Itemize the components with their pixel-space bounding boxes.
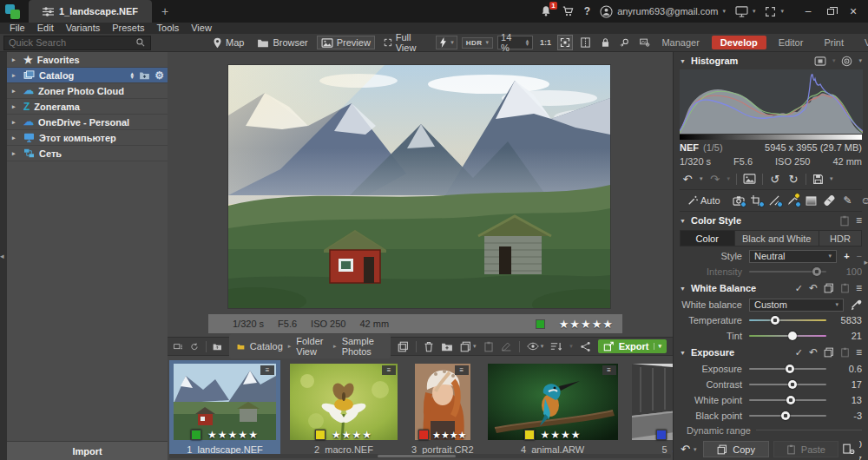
fit-to-screen-button[interactable] [557, 35, 573, 50]
brush-tool[interactable]: ✎ [842, 194, 854, 207]
tab-hdr[interactable]: HDR [819, 231, 861, 246]
collapse-icon[interactable]: ▼ [680, 286, 686, 292]
breadcrumb-sample-photos[interactable]: Sample Photos [342, 336, 383, 357]
notifications-button[interactable]: 1 [540, 5, 552, 17]
export-menu-caret[interactable]: ▾ [654, 343, 662, 350]
sync-icon[interactable] [190, 341, 199, 352]
histogram-header[interactable]: ▼ Histogram ▾ ▾ [680, 52, 862, 69]
slider-handle[interactable] [786, 365, 794, 373]
white-balance-header[interactable]: ▼ White Balance ✓ ↶ ≡ [680, 279, 862, 297]
sort-toggle-icon[interactable]: ▲▼ [129, 72, 135, 79]
paste-icon[interactable] [483, 341, 494, 352]
collapse-icon[interactable]: ▼ [680, 350, 686, 356]
auto-adjust-tool[interactable]: Auto [687, 195, 720, 206]
zoom-spinner[interactable]: ▲▼ [524, 39, 529, 46]
star-rating[interactable]: ★★★★★ [559, 318, 614, 331]
share-icon[interactable] [580, 341, 591, 352]
fullscreen-mode-button[interactable]: ▾ [765, 6, 784, 17]
camera-settings-tool[interactable] [733, 195, 745, 206]
tab-editor[interactable]: Editor [770, 36, 812, 49]
white-point-slider[interactable] [749, 399, 826, 401]
crop-tool[interactable] [751, 195, 763, 206]
auto-enhance-button[interactable]: ▾ [436, 36, 457, 49]
menu-presets[interactable]: Presets [106, 23, 150, 34]
document-tab[interactable]: 1_landscape.NEF [29, 0, 152, 23]
enabled-checkbox[interactable]: ✓ [795, 283, 803, 294]
trash-icon[interactable] [424, 341, 434, 352]
restore-button[interactable] [819, 0, 842, 23]
close-button[interactable]: × [842, 0, 865, 23]
folder-up-icon[interactable] [213, 342, 222, 352]
footer-undo-button[interactable]: ↶ ▾ [678, 443, 699, 456]
copy-settings-icon[interactable] [824, 283, 834, 293]
slider-handle[interactable] [781, 411, 790, 420]
search-input[interactable] [9, 37, 132, 48]
intensity-slider[interactable] [749, 271, 826, 273]
exposure-slider[interactable] [749, 368, 826, 370]
help-button[interactable]: ? [584, 5, 590, 17]
rename-icon[interactable] [501, 341, 512, 352]
collapse-left-panel-handle[interactable]: ◂ [0, 252, 4, 260]
thumbnail-1-landscape[interactable]: ≡ ★★★★★ 1_landscape.NEF [169, 360, 280, 454]
zoom-100-button[interactable]: 1:1 [537, 35, 553, 50]
chevron-right-icon[interactable]: ▸ [12, 56, 19, 63]
chevron-right-icon[interactable]: ▸ [12, 103, 19, 110]
breadcrumb-folder-view[interactable]: Folder View [296, 336, 328, 357]
slider-handle[interactable] [771, 316, 779, 325]
face-retouch-tool[interactable]: ☺ [860, 194, 868, 207]
exposure-header[interactable]: ▼ Exposure ✓ ↶ ≡ [680, 344, 862, 361]
thumbnail-5-architecture[interactable]: ≡ ★★ 5_architecture.A [628, 360, 673, 454]
chevron-right-icon[interactable]: ▸ [12, 88, 19, 95]
chevron-right-icon[interactable]: ▸ [12, 150, 19, 157]
import-button[interactable]: Import [7, 441, 168, 460]
zoom-level-input[interactable]: 14 % ▲▼ [497, 36, 533, 49]
section-menu-icon[interactable]: ≡ [856, 282, 862, 294]
save-options-caret[interactable]: ▾ [830, 175, 833, 182]
color-label-swatch[interactable] [418, 430, 429, 440]
new-folder-icon[interactable] [441, 342, 453, 352]
gradient-filter-tool[interactable] [806, 196, 818, 206]
thumbnail-3-portrait[interactable]: ≡ ★★★★ 3_portrait.CR2 [407, 360, 478, 454]
collapse-right-panel-handle[interactable]: ▸ [864, 258, 868, 266]
style-select[interactable]: Neutral ▾ [749, 250, 837, 263]
paste-settings-icon[interactable] [840, 283, 850, 293]
contrast-slider[interactable] [749, 384, 826, 385]
tint-slider[interactable] [749, 335, 826, 337]
star-rating[interactable]: ★★★★ [432, 430, 466, 441]
slider-handle[interactable] [788, 332, 797, 340]
full-view-button[interactable]: Full View [379, 30, 431, 55]
collapse-icon[interactable]: ▼ [680, 58, 686, 64]
filter-button[interactable]: ▾ [527, 341, 544, 352]
duplicate-icon[interactable] [398, 341, 409, 352]
healing-brush-tool[interactable] [824, 195, 836, 206]
eyedropper-icon[interactable] [851, 299, 862, 311]
breadcrumb-catalog[interactable]: Catalog [250, 341, 283, 352]
sidebar-item-onedrive[interactable]: ▸ ☁ OneDrive - Personal [7, 115, 168, 130]
new-tab-button[interactable]: + [152, 4, 178, 18]
rotate-left-button[interactable]: ↺ [769, 173, 781, 186]
sidebar-item-zonerama[interactable]: ▸ Z Zonerama [7, 99, 168, 115]
tab-manager[interactable]: Manager [653, 36, 707, 49]
store-button[interactable] [562, 5, 575, 17]
tab-print[interactable]: Print [815, 36, 852, 49]
rotate-right-button[interactable]: ↻ [787, 173, 799, 186]
undo-button[interactable]: ↶ [681, 173, 694, 186]
chevron-right-icon[interactable]: ▸ [12, 72, 19, 79]
main-photo[interactable] [228, 65, 610, 308]
save-icon[interactable] [812, 174, 824, 185]
sidebar-item-this-computer[interactable]: ▸ Этот компьютер [7, 130, 168, 146]
scrollbar-thumb[interactable] [378, 455, 456, 457]
overexposure-icon[interactable] [841, 56, 852, 67]
paste-all-button[interactable]: Paste [773, 441, 838, 457]
white-balance-tool[interactable] [787, 195, 799, 206]
sidebar-item-catalog[interactable]: ▸ Catalog ▲▼ ⚙ [7, 68, 168, 83]
chevron-right-icon[interactable]: ▸ [12, 119, 19, 126]
reset-icon[interactable]: ↶ [809, 282, 818, 294]
chevron-down-icon[interactable]: ▾ [832, 57, 836, 64]
zoom-navigate-button[interactable] [617, 35, 633, 50]
display-mode-button[interactable]: ▾ [735, 6, 756, 17]
add-folder-icon[interactable] [139, 71, 150, 80]
more-options-button[interactable]: ▾ [569, 343, 573, 350]
straighten-tool[interactable] [769, 195, 781, 206]
thumbnail-4-animal[interactable]: ≡ ★★★★ 4_animal.ARW [483, 360, 622, 454]
